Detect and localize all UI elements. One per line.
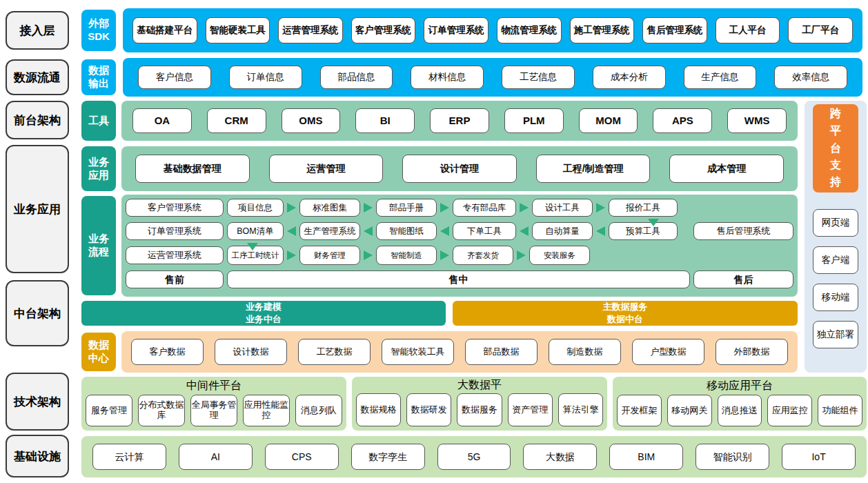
business-app-box: 工程/制造管理 xyxy=(536,155,651,183)
data-middle-platform-band: 主数据服务 数据中台 xyxy=(453,301,798,326)
client-type-box: 移动端 xyxy=(813,284,858,311)
arrow-left-icon xyxy=(364,226,373,236)
tech-box: 全局事务管理 xyxy=(190,395,237,426)
flow-step-box: 齐套发货 xyxy=(453,246,513,265)
flow-step-box: 报价工具 xyxy=(609,199,678,217)
arrow-down-icon xyxy=(247,243,258,250)
arrow-left-icon xyxy=(596,226,605,236)
panel-title: 大数据平台 xyxy=(455,378,504,393)
flow-step-box: 财务管理 xyxy=(299,246,360,265)
cross-platform-header: 跨平台支持 xyxy=(813,104,858,193)
tech-box: 消息列队 xyxy=(295,395,342,426)
client-type-box: 客户端 xyxy=(813,246,858,274)
business-app-box: 基础数据管理 xyxy=(135,155,250,183)
flow-step-box: 自动算量 xyxy=(532,222,593,240)
sdk-system-box: 施工管理系统 xyxy=(570,17,635,43)
flow-tail-box: 售后管理系统 xyxy=(693,222,793,240)
panel-title: 中间件平台 xyxy=(86,378,342,395)
infrastructure-box: 数字孪生 xyxy=(351,444,425,470)
business-app-box: 运营管理 xyxy=(269,155,384,183)
infrastructure-box: 云计算 xyxy=(92,444,166,470)
data-center-box: 部品数据 xyxy=(465,339,537,365)
phase-presale-box: 售前 xyxy=(126,270,224,288)
external-sdk-container: 基础搭建平台智能硬装工具运营管理系统客户管理系统订单管理系统物流管理系统施工管理… xyxy=(123,8,862,52)
data-center-box: 制造数据 xyxy=(549,339,621,365)
infrastructure-box: AI xyxy=(179,444,253,470)
tech-box: 数据规格 xyxy=(356,393,401,426)
flow-step-box: BOM清单 xyxy=(227,222,284,240)
tool-box: OMS xyxy=(282,108,341,133)
flow-step-box: 设计工具 xyxy=(532,199,593,217)
arrow-left-icon xyxy=(287,226,296,236)
phase-aftersale-box: 售后 xyxy=(693,270,793,288)
tech-box: 消息推送 xyxy=(718,395,762,426)
data-center-box: 客户数据 xyxy=(131,339,204,365)
panel-items: 服务管理分布式数据库全局事务管理应用性能监控消息列队 xyxy=(86,395,342,426)
data-center-box: 工艺数据 xyxy=(298,339,371,365)
infrastructure-box: 智能识别 xyxy=(696,444,769,470)
layer-label-infrastructure: 基础设施 xyxy=(6,435,69,477)
arrow-right-icon xyxy=(287,203,296,213)
cross-platform-panel: 跨平台支持 网页端客户端移动端独立部署 xyxy=(805,101,867,373)
business-apps-container: 基础数据管理运营管理设计管理工程/制造管理成本管理 xyxy=(121,146,798,191)
tool-box: CRM xyxy=(207,108,266,133)
arrow-right-icon xyxy=(364,203,373,213)
tool-box: ERP xyxy=(430,108,489,133)
layer-label-frontend: 前台架构 xyxy=(6,101,69,139)
flow-step-box: 智能图纸 xyxy=(376,222,437,240)
flow-step-box: 下单工具 xyxy=(453,222,516,240)
tech-box: 资产管理 xyxy=(508,393,553,426)
sdk-system-box: 工厂平台 xyxy=(788,17,853,43)
business-flow-container: 客户管理系统 项目信息标准图集部品手册专有部品库设计工具报价工具 订单管理系统 … xyxy=(121,195,798,297)
panel-title: 移动应用平台 xyxy=(617,378,862,395)
architecture-diagram: 接入层 数源流通 前台架构 业务应用 中台架构 技术架构 基础设施 外部 SDK… xyxy=(0,0,868,483)
tech-box: 算法引擎 xyxy=(558,393,603,426)
flow-row-phases: 售前 售中 售后 xyxy=(126,270,793,288)
layer-label-data-flow: 数源流通 xyxy=(6,59,69,95)
flow-step-box: 项目信息 xyxy=(227,199,284,217)
tool-box: MOM xyxy=(579,108,638,133)
data-center-container: 客户数据设计数据工艺数据智能软装工具部品数据制造数据户型数据外部数据 xyxy=(121,331,798,373)
arrow-down-icon xyxy=(648,219,659,226)
flow-lead-box: 客户管理系统 xyxy=(126,199,224,217)
infrastructure-box: CPS xyxy=(265,444,339,470)
data-center-box: 户型数据 xyxy=(632,339,704,365)
arrow-right-icon xyxy=(440,250,449,260)
data-output-container: 客户信息订单信息部品信息材料信息工艺信息成本分析生产信息效率信息 xyxy=(123,58,862,97)
flow-row-production: 运营管理系统 工序工时统计财务管理智能制造齐套发货安装服务 xyxy=(126,246,793,265)
data-output-box: 工艺信息 xyxy=(502,66,575,89)
sdk-system-box: 运营管理系统 xyxy=(278,17,343,43)
mobile-app-platform-panel: 移动应用平台 开发框架移动网关消息推送应用监控功能组件 xyxy=(613,377,867,431)
sdk-system-box: 智能硬装工具 xyxy=(206,17,270,43)
arrow-right-icon xyxy=(440,203,449,213)
flow-row-design: 客户管理系统 项目信息标准图集部品手册专有部品库设计工具报价工具 xyxy=(126,199,793,217)
infrastructure-box: BIM xyxy=(609,444,683,470)
tool-box: OA xyxy=(132,108,192,133)
tool-box: WMS xyxy=(727,108,787,133)
tech-box: 分布式数据库 xyxy=(138,395,185,426)
data-output-box: 成本分析 xyxy=(593,66,666,89)
flow-lead-box: 运营管理系统 xyxy=(126,246,224,264)
layer-label-middle: 中台架构 xyxy=(6,280,69,346)
tech-box: 功能组件 xyxy=(818,395,862,426)
infrastructure-container: 云计算AICPS数字孪生5G大数据BIM智能识别IoT xyxy=(81,436,867,477)
tools-header: 工具 xyxy=(81,101,116,141)
tool-box: PLM xyxy=(504,108,564,133)
business-apps-header: 业务 应用 xyxy=(81,146,116,191)
data-output-box: 订单信息 xyxy=(229,66,302,89)
business-flow-header: 业务 流程 xyxy=(81,196,116,295)
business-app-box: 成本管理 xyxy=(669,155,784,183)
data-output-box: 部品信息 xyxy=(320,66,393,89)
layer-label-technology: 技术架构 xyxy=(6,373,69,431)
data-output-box: 生产信息 xyxy=(684,66,757,89)
data-center-box: 外部数据 xyxy=(716,339,788,365)
flow-step-box: 生产管理系统 xyxy=(299,222,360,240)
phase-insale-box: 售中 xyxy=(227,270,690,288)
arrow-left-icon xyxy=(520,226,529,236)
arrow-right-icon xyxy=(287,250,296,260)
arrow-right-icon xyxy=(596,203,605,213)
tools-container: OACRMOMSBIERPPLMMOMAPSWMS xyxy=(121,101,798,141)
panel-items: 开发框架移动网关消息推送应用监控功能组件 xyxy=(617,395,862,426)
flow-step-box: 部品手册 xyxy=(376,199,437,217)
sdk-system-box: 基础搭建平台 xyxy=(132,17,197,43)
